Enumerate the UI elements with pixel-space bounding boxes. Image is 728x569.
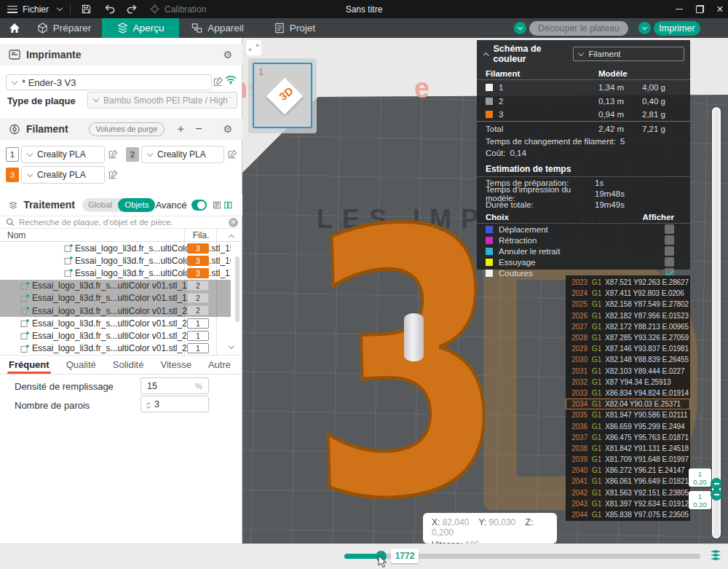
gcode-line[interactable]: 2032G1X87 Y94.34 E.25913 — [566, 377, 690, 388]
object-row[interactable]: Essai_logo_li3d.fr_s...ultiColor v01.stl… — [0, 280, 231, 292]
object-row[interactable]: Essai_logo_li3d.fr_s...ultiColor v01.stl… — [0, 317, 231, 329]
printer-select[interactable]: * Ender-3 V3 — [6, 74, 212, 90]
tab-appareil[interactable]: Appareil — [179, 18, 256, 38]
gcode-line[interactable]: 2041G1X86.061 Y96.649 E.01821 — [566, 476, 690, 487]
layer-slider-lower-handle[interactable] — [711, 489, 722, 501]
edit-filament-icon[interactable] — [108, 170, 118, 179]
tab-qualite[interactable]: Qualité — [66, 355, 96, 374]
calibration-button[interactable]: Calibration — [150, 0, 206, 18]
infill-input[interactable] — [147, 381, 183, 391]
object-row[interactable]: Essai_logo_li3d.fr_s...ultiColor v01.stl… — [0, 305, 231, 317]
clear-search-icon[interactable]: ✕ — [229, 218, 238, 227]
gcode-line[interactable]: 2024G1X87.411 Y92.803 E.0206 — [566, 288, 690, 299]
tab-autre[interactable]: Autre — [208, 355, 231, 374]
tab-vitesse[interactable]: Vitesse — [160, 355, 191, 374]
scope-global[interactable]: Global — [82, 200, 118, 209]
home-icon — [9, 23, 20, 34]
gcode-line[interactable]: 2044G1X85.838 Y97.075 E.23505 — [566, 509, 690, 520]
minimize-button[interactable] — [670, 0, 689, 18]
gear-icon[interactable]: ⚙ — [223, 124, 232, 134]
plate-type-select[interactable]: Bambu Smooth PEI Plate / High Te... — [87, 92, 237, 109]
gcode-line[interactable]: 2036G1X86.659 Y95.299 E.2494 — [566, 420, 690, 431]
gcode-line[interactable]: 2033G1X86.834 Y94.824 E.01914 — [566, 388, 690, 399]
scroll-up-icon[interactable] — [229, 235, 234, 240]
stepper-arrows[interactable] — [147, 401, 150, 408]
color-scheme-mode-select[interactable]: Filament — [573, 47, 684, 61]
print-dropdown-button[interactable] — [638, 22, 651, 34]
advanced-toggle[interactable] — [191, 200, 207, 211]
collapse-plate-list-button[interactable]: » « — [246, 40, 261, 55]
layer-slider-track[interactable] — [712, 107, 721, 538]
gcode-line[interactable]: 2037G1X86.475 Y95.763 E.01871 — [566, 432, 690, 443]
scrollbar-thumb[interactable] — [235, 256, 240, 322]
print-button[interactable]: Imprimer — [654, 21, 700, 36]
tab-preparer[interactable]: Préparer — [26, 18, 102, 38]
save-button[interactable] — [81, 0, 92, 18]
gcode-line[interactable]: 2035G1X81.947 Y90.586 E.02111 — [566, 409, 690, 420]
gcode-line[interactable]: 2026G1X82.182 Y87.956 E.01523 — [566, 310, 690, 321]
tab-solidite[interactable]: Solidité — [113, 355, 144, 374]
gcode-line[interactable]: 2027G1X82.172 Y88.213 E.00965 — [566, 321, 690, 332]
plate-thumbnail-card[interactable]: 1 3D — [248, 58, 317, 133]
filament-select-1[interactable]: Creality PLA — [21, 146, 105, 163]
gcode-line[interactable]: 2025G1X82.158 Y87.549 E.27802 — [566, 299, 690, 310]
gear-icon[interactable]: ⚙ — [223, 50, 232, 60]
compare-view-icon[interactable] — [224, 200, 232, 210]
collapse-panel-icon[interactable] — [483, 52, 489, 58]
gcode-line[interactable]: 2040G1X86.272 Y96.21 E.24147 — [566, 465, 690, 476]
scope-toggle[interactable]: Global Objets — [82, 198, 156, 212]
object-row[interactable]: Essai_logo_li3d.fr_s...ultiColor v01.stl… — [0, 292, 231, 305]
layer-slider-upper-handle[interactable] — [711, 478, 722, 490]
prime-tower[interactable] — [404, 313, 424, 361]
object-row[interactable]: Essai_logo_li3d.fr_s...ultiColor v01.stl… — [0, 342, 231, 355]
redo-button[interactable] — [126, 0, 138, 18]
show-checkbox[interactable] — [665, 246, 674, 256]
home-button[interactable] — [3, 18, 26, 38]
gcode-line[interactable]: 2034G1X82.04 Y90.03 E.25371 — [566, 399, 690, 409]
tab-frequent[interactable]: Fréquent — [9, 355, 50, 374]
filament-select-3[interactable]: Creality PLA — [21, 166, 105, 184]
tab-projet[interactable]: Projet — [256, 18, 333, 38]
tab-apercu[interactable]: Aperçu — [102, 18, 179, 38]
file-menu[interactable]: Fichier — [7, 0, 62, 18]
search-input[interactable] — [19, 218, 224, 227]
gcode-line[interactable]: 2029G1X87.146 Y93.837 E.01981 — [566, 343, 690, 354]
slice-plate-button[interactable]: Découper le plateau — [529, 21, 628, 36]
gcode-line[interactable]: 2023G1X87.521 Y92.263 E.28627 — [566, 277, 690, 288]
gcode-line[interactable]: 2043G1X81.397 Y92.634 E.01912 — [566, 498, 690, 509]
gcode-line[interactable]: 2028G1X87.285 Y93.326 E.27059 — [566, 332, 690, 343]
gcode-line[interactable]: 2042G1X81.563 Y92.151 E.23805 — [566, 487, 690, 498]
filament-select-2[interactable]: Creality PLA — [141, 146, 224, 163]
restore-button[interactable] — [690, 0, 709, 18]
edit-filament-icon[interactable] — [108, 149, 118, 159]
infill-field[interactable]: % — [141, 377, 209, 394]
show-checkbox[interactable] — [665, 257, 674, 267]
list-view-icon[interactable] — [213, 200, 221, 210]
gcode-panel[interactable]: 2023G1X87.521 Y92.263 E.286272024G1X87.4… — [566, 275, 690, 521]
gcode-line[interactable]: 2039G1X81.709 Y91.648 E.01997 — [566, 454, 690, 465]
purge-volumes-button[interactable]: Volumes de purge — [89, 122, 165, 136]
gcode-line[interactable]: 2030G1X82.148 Y88.839 E.26455 — [566, 354, 690, 365]
viewport-3d[interactable]: ns e LES IMPRIMANTES 3 » « 1 3D Schéma d… — [242, 38, 728, 544]
layers-view-icon[interactable] — [711, 550, 722, 560]
show-checkbox[interactable] — [665, 235, 674, 245]
gcode-line[interactable]: 2031G1X82.103 Y89.444 E.0227 — [566, 366, 690, 377]
gcode-line[interactable]: 2038G1X81.842 Y91.131 E.24518 — [566, 443, 690, 454]
object-row[interactable]: Essai_logo_li3d.fr_s...ultiColor v01.stl… — [0, 254, 231, 267]
remove-filament-button[interactable]: − — [195, 123, 202, 135]
wifi-icon[interactable] — [225, 75, 237, 85]
object-row[interactable]: Essai_logo_li3d.fr_s...ultiColor v01.stl… — [0, 267, 231, 279]
edit-filament-icon[interactable] — [228, 149, 237, 159]
scope-objects[interactable]: Objets — [118, 198, 155, 212]
close-button[interactable]: × — [711, 0, 728, 18]
add-filament-button[interactable]: ＋ — [175, 123, 186, 135]
object-row[interactable]: Essai_logo_li3d.fr_s...ultiColor v01.stl… — [0, 329, 231, 342]
object-row[interactable]: Essai_logo_li3d.fr_s...ultiColor v01.stl… — [0, 242, 231, 254]
walls-input[interactable] — [154, 399, 191, 409]
slice-dropdown-button[interactable] — [514, 22, 526, 34]
undo-button[interactable] — [104, 0, 116, 18]
edit-printer-icon[interactable] — [213, 76, 223, 87]
show-checkbox[interactable] — [665, 224, 674, 234]
plate-thumbnail-selected[interactable]: 1 3D — [253, 63, 312, 128]
walls-stepper[interactable] — [141, 396, 209, 412]
